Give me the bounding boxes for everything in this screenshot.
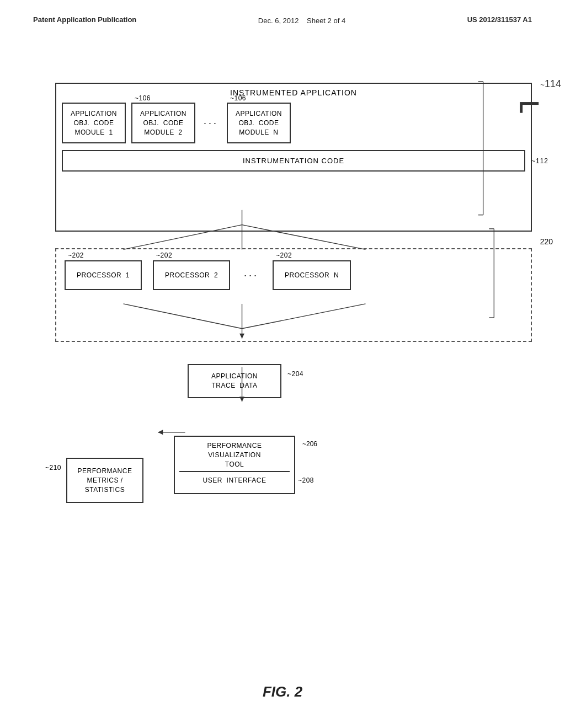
header-sheet: Sheet 2 of 4 — [307, 17, 345, 25]
ref-202b: ~202 — [156, 251, 172, 259]
ref-202a: ~202 — [68, 251, 84, 259]
modules-row: APPLICATIONOBJ. CODEMODULE 1 APPLICATION… — [56, 100, 531, 148]
brace-114: ⌐ — [518, 84, 541, 122]
header-left: Patent Application Publication — [33, 15, 136, 24]
ref-208-label: ~208 — [298, 477, 314, 484]
proc-dots: ··· — [241, 270, 262, 281]
processor-box-2: ~202 PROCESSOR 2 — [153, 260, 230, 290]
user-interface-box: USER INTERFACE ~208 — [179, 471, 290, 489]
ref-206-label: ~206 — [302, 440, 317, 448]
ref-106a: ~106 — [135, 94, 151, 103]
processor-box-1: ~202 PROCESSOR 1 — [65, 260, 142, 290]
ref-220-label: 220 — [540, 237, 553, 246]
header-right: US 2012/311537 A1 — [467, 15, 532, 24]
ref-202c: ~202 — [276, 251, 292, 259]
trace-data-box: APPLICATIONTRACE DATA ~204 — [188, 364, 281, 398]
processor-box-n: ~202 PROCESSOR N — [273, 260, 351, 290]
diagram-area: ~114 ⌐ INSTRUMENTED APPLICATION APPLICAT… — [33, 72, 532, 640]
module-box-n: APPLICATIONOBJ. CODEMODULE N ~106 — [227, 103, 291, 143]
instrumented-app-box: ~114 ⌐ INSTRUMENTED APPLICATION APPLICAT… — [55, 83, 532, 232]
ref-204-label: ~204 — [287, 370, 303, 379]
instrumented-app-label: INSTRUMENTED APPLICATION — [56, 84, 531, 100]
ref-210-label: ~210 — [45, 463, 61, 473]
perf-viz-label: PERFORMANCEVISUALIZATIONTOOL — [175, 437, 294, 471]
module-box-1: APPLICATIONOBJ. CODEMODULE 1 — [62, 103, 126, 143]
instrumentation-code-box: INSTRUMENTATION CODE ~112 — [62, 150, 525, 172]
ref-112-label: ~112 — [531, 157, 548, 165]
page-header: Patent Application Publication Dec. 6, 2… — [0, 0, 565, 26]
ref-106b: ~106 — [230, 94, 246, 103]
processors-row: ~202 PROCESSOR 1 ~202 PROCESSOR 2 ··· ~2… — [56, 249, 531, 290]
module-box-2: APPLICATIONOBJ. CODEMODULE 2 ~106 — [131, 103, 195, 143]
figure-label: FIG. 2 — [0, 683, 565, 700]
dots-separator: ··· — [201, 117, 221, 129]
processor-area: 220 ~202 PROCESSOR 1 ~202 PROCESSOR 2 ··… — [55, 248, 532, 342]
header-date: Dec. 6, 2012 — [258, 17, 299, 25]
header-center: Dec. 6, 2012 Sheet 2 of 4 — [258, 15, 345, 26]
perf-viz-box: PERFORMANCEVISUALIZATIONTOOL USER INTERF… — [174, 436, 295, 494]
perf-metrics-box: ~210 PERFORMANCEMETRICS /STATISTICS — [66, 458, 143, 503]
ref-114-label: ~114 — [540, 78, 561, 90]
instrumentation-code-label: INSTRUMENTATION CODE — [243, 157, 344, 165]
svg-marker-12 — [158, 430, 163, 435]
